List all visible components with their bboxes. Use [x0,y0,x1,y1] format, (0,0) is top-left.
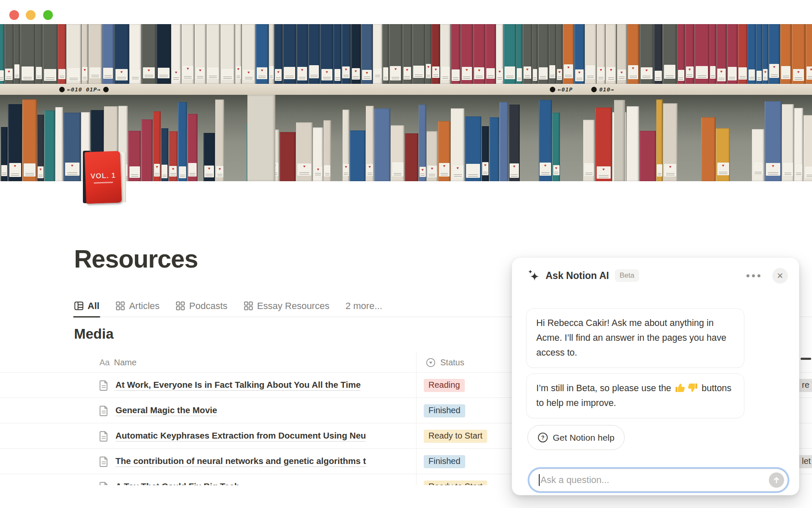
row-title-link[interactable]: The contribution of neural networks and … [115,456,366,467]
status-badge: Ready to Start [424,430,487,443]
gallery-icon [115,301,125,311]
page-icon [99,456,108,467]
send-button[interactable] [769,472,784,488]
column-header-status-label: Status [440,358,464,367]
view-tab-all[interactable]: All [74,295,99,317]
get-notion-help-button[interactable]: ? Get Notion help [527,425,625,450]
book-cover-text: VOL. 1 [91,171,116,180]
shelf-label: 010→ [591,86,614,93]
text-caret [539,474,540,486]
row-title-link[interactable]: General Magic the Movie [115,405,217,416]
svg-text:?: ? [541,434,545,441]
get-notion-help-label: Get Notion help [553,433,614,443]
ask-question-field-wrap [529,469,788,491]
ai-dialog-title: Ask Notion AI [546,270,609,282]
status-badge: Reading [424,379,465,392]
gallery-icon [244,301,253,311]
text-property-icon: Aa [99,358,110,367]
ai-dialog-header: Ask Notion AI Beta ✕ [512,258,799,293]
row-name-cell[interactable]: Automatic Keyphrases Extraction from Doc… [99,423,412,449]
view-tab-label: Articles [129,301,159,312]
shelf-label: ←010 01P→ [59,86,109,93]
view-tab-articles[interactable]: Articles [115,295,159,317]
row-status-cell[interactable]: Finished [424,449,465,474]
row-status-cell[interactable]: Reading [424,373,465,398]
page-icon [99,380,108,391]
database-title[interactable]: Media [74,326,114,342]
notion-window: ♥♥♥♥♥♥♥♥♥♥♥♥♥♥♥♥♥♥♥♥♥♥♥♥♥♥♥♥♥♥♥♥♥♥♥♥♥♥ ←… [0,0,812,508]
page-icon [99,431,108,442]
column-header-name[interactable]: Aa Name [99,358,137,367]
view-tab-essay-resources[interactable]: Essay Resources [244,295,329,317]
sparkle-icon [527,269,540,282]
ask-question-input[interactable] [529,469,788,491]
minimize-window-button[interactable] [26,10,36,20]
view-tab-podcasts[interactable]: Podcasts [176,295,228,317]
gallery-icon [176,301,185,311]
status-badge: Finished [424,404,465,417]
page-icon [99,406,108,416]
zoom-window-button[interactable] [43,10,53,20]
row-name-cell[interactable]: General Magic the Movie [99,398,412,423]
close-window-button[interactable] [9,10,19,20]
shelf-board [0,84,812,95]
row-title-link[interactable]: Automatic Keyphrases Extraction from Doc… [115,431,366,442]
page-title[interactable]: Resources [74,245,198,273]
ai-message: I’m still in Beta, so please use the but… [526,373,744,418]
view-tab-label: All [88,301,99,312]
beta-badge: Beta [615,269,639,282]
ask-notion-ai-dialog: Ask Notion AI Beta ✕ Hi Rebecca Cakir! A… [512,257,799,495]
view-tab-label: Essay Resources [257,301,329,312]
table-icon [74,301,84,311]
select-property-icon [426,358,436,367]
column-header-status[interactable]: Status [426,358,464,367]
close-icon[interactable]: ✕ [772,268,788,284]
status-badge: Finished [424,455,465,468]
row-name-cell[interactable]: At Work, Everyone Is in Fact Talking Abo… [99,373,412,398]
row-name-cell[interactable]: The contribution of neural networks and … [99,449,412,474]
more-options-icon[interactable] [744,272,763,280]
window-titlebar [0,0,812,24]
row-status-cell[interactable]: Finished [424,398,465,423]
book-cover: VOL. 1 [85,151,122,204]
clipped-column-header-fragment [801,358,811,360]
help-circle-icon: ? [538,432,548,443]
thumbs-down-emoji [687,382,698,393]
column-header-name-label: Name [114,358,136,367]
ai-message: Hi Rebecca Cakir! Ask me about anything … [526,308,744,368]
arrow-up-icon [772,476,781,484]
shelf-label: ←01P [550,86,573,93]
more-views-button[interactable]: 2 more... [346,301,382,312]
bookshelf-top-row: ♥♥♥♥♥♥♥♥♥♥♥♥♥♥♥♥♥♥♥♥♥♥♥♥♥♥♥♥♥♥♥♥♥♥♥♥♥♥ [0,24,812,84]
row-title-link[interactable]: At Work, Everyone Is in Fact Talking Abo… [115,380,361,391]
row-status-cell[interactable]: Ready to Start [424,423,487,449]
thumbs-up-emoji [675,382,686,393]
view-tab-label: Podcasts [189,301,228,312]
page-icon-red-book[interactable]: VOL. 1 [80,150,128,206]
table-header-row: Aa Name Status [74,353,137,372]
